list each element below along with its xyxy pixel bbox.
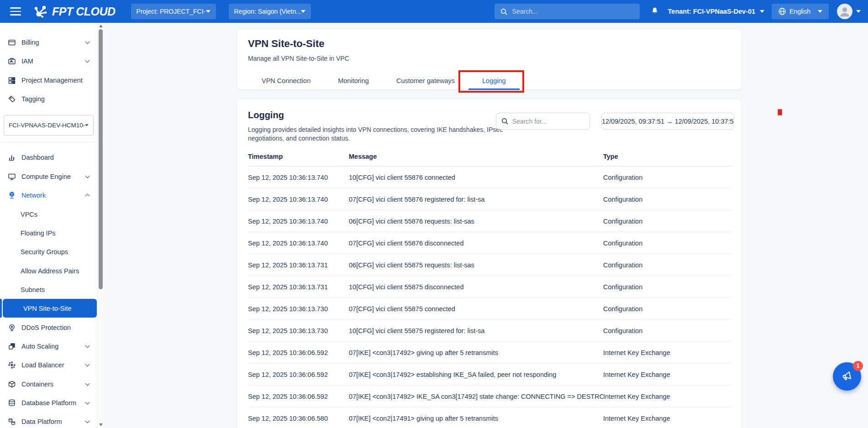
sidebar-item-billing[interactable]: Billing — [0, 33, 97, 52]
globe-icon — [778, 7, 786, 16]
ddos-protection-icon — [7, 324, 16, 332]
project-selector[interactable]: Project: PROJECT_FCI-... — [131, 4, 216, 19]
network-icon — [7, 191, 16, 199]
sidebar-item-load-balancer[interactable]: Load Balancer — [0, 355, 97, 374]
sidebar-item-tagging[interactable]: Tagging — [0, 89, 97, 108]
table-row: Sep 12, 2025 10:36:13.731 06[CFG] vici c… — [248, 254, 731, 276]
tab-customer-gateways[interactable]: Customer gateways — [383, 72, 468, 89]
sidebar-item-subnets[interactable]: Subnets — [0, 280, 97, 299]
iam-icon — [7, 57, 16, 65]
sidebar-item-ddos-protection[interactable]: DDoS Protection — [0, 318, 97, 337]
sidebar-item-containers[interactable]: Containers — [0, 375, 97, 393]
announcements-button[interactable]: 1 — [833, 362, 861, 391]
sidebar-item-database-platform[interactable]: Database Platform — [0, 393, 97, 412]
sidebar-item-label: DDoS Protection — [21, 324, 71, 331]
tenant-selector[interactable]: Tenant: FCI-VPNaaS-Dev-01 — [668, 8, 765, 15]
load-balancer-icon — [7, 361, 16, 369]
sidebar-nav: Billing IAM Project Management Tagging F… — [0, 23, 104, 428]
fpt-cloud-logo[interactable]: FPT CLOUD — [33, 5, 116, 18]
sidebar-item-compute-engine[interactable]: Compute Engine — [0, 167, 97, 186]
scrollbar-thumb[interactable] — [99, 29, 103, 289]
selected-item-indicator — [0, 299, 2, 318]
chevron-down-icon — [85, 381, 90, 386]
notification-bell-icon[interactable] — [650, 6, 660, 17]
sidebar-divider — [0, 142, 97, 142]
chevron-down-icon — [85, 400, 90, 404]
page-title: VPN Site-to-Site — [248, 38, 324, 50]
tab-vpn-connection[interactable]: VPN Connection — [248, 72, 324, 89]
sidebar-item-dashboard[interactable]: Dashboard — [0, 148, 97, 167]
sidebar-scrollbar[interactable] — [97, 23, 104, 428]
scrollbar-up-arrow[interactable] — [99, 25, 103, 27]
language-selector[interactable]: English — [772, 4, 829, 19]
sidebar-item-floating-ips[interactable]: Floating IPs — [0, 224, 97, 242]
chevron-down-icon — [760, 10, 764, 13]
column-header-message: Message — [349, 153, 603, 160]
sidebar-item-allow-address-pairs[interactable]: Allow Address Pairs — [0, 261, 97, 280]
sidebar-item-label: Auto Scaling — [21, 343, 58, 350]
chevron-down-icon — [85, 39, 90, 44]
sidebar-item-auto-scaling[interactable]: Auto Scaling — [0, 337, 97, 355]
vpc-select-value: FCI-VPNAAS-DEV-HCM10-... — [9, 122, 85, 129]
chevron-down-icon — [85, 58, 90, 63]
sidebar-item-label: Subnets — [21, 286, 45, 293]
tab-bar: VPN Connection Monitoring Customer gatew… — [248, 72, 520, 89]
sidebar-item-data-platform[interactable]: Data Platform — [0, 412, 97, 428]
global-search-input[interactable] — [512, 8, 634, 15]
log-type: Configuration — [603, 327, 731, 334]
auto-scaling-icon — [7, 342, 16, 350]
sidebar-item-label: Network — [21, 192, 46, 199]
chevron-down-icon — [301, 10, 305, 13]
sidebar-item-vpn-site-to-site[interactable]: VPN Site-to-Site — [3, 299, 97, 318]
tab-monitoring[interactable]: Monitoring — [324, 72, 383, 89]
log-timestamp: Sep 12, 2025 10:36:06.592 — [248, 349, 349, 356]
logging-heading: Logging — [248, 110, 284, 120]
chevron-down-icon — [85, 418, 90, 423]
sidebar-item-security-groups[interactable]: Security Groups — [0, 242, 97, 261]
hamburger-menu-icon[interactable] — [10, 7, 21, 16]
vpn-site-to-site-card: VPN Site-to-Site Manage all VPN Site-to-… — [237, 29, 742, 90]
table-row: Sep 12, 2025 10:36:06.580 07[IKE] <con2|… — [248, 407, 731, 428]
sidebar-item-label: Compute Engine — [21, 173, 71, 180]
top-header: FPT CLOUD Project: PROJECT_FCI-... Regio… — [0, 0, 868, 23]
log-type: Internet Key Exchange — [603, 371, 731, 378]
sidebar-item-label: Project Management — [21, 77, 83, 84]
date-range-picker[interactable] — [601, 113, 734, 130]
search-icon — [501, 117, 509, 125]
compute-engine-icon — [7, 172, 16, 181]
log-search-box[interactable] — [496, 113, 590, 130]
table-row: Sep 12, 2025 10:36:13.731 10[CFG] vici c… — [248, 276, 731, 298]
chevron-down-icon[interactable] — [856, 10, 861, 13]
sidebar-item-label: IAM — [21, 57, 33, 65]
project-management-icon — [7, 76, 16, 84]
log-table: Timestamp Message Type Sep 12, 2025 10:3… — [248, 146, 731, 428]
log-timestamp: Sep 12, 2025 10:36:06.580 — [248, 415, 349, 422]
tab-logging[interactable]: Logging — [468, 72, 520, 89]
megaphone-icon — [840, 370, 854, 383]
sidebar-item-iam[interactable]: IAM — [0, 52, 97, 70]
log-timestamp: Sep 12, 2025 10:36:13.740 — [248, 218, 349, 225]
scrollbar-down-arrow[interactable] — [99, 423, 103, 426]
sidebar-item-label: Data Platform — [21, 418, 62, 425]
user-avatar[interactable] — [837, 4, 852, 19]
log-timestamp: Sep 12, 2025 10:36:13.731 — [248, 283, 349, 291]
global-search[interactable] — [494, 4, 640, 19]
vpc-select[interactable]: FCI-VPNAAS-DEV-HCM10-... — [4, 115, 94, 136]
log-timestamp: Sep 12, 2025 10:36:06.592 — [248, 371, 349, 378]
log-search-input[interactable] — [512, 118, 585, 125]
log-type: Configuration — [603, 240, 731, 247]
log-type: Configuration — [603, 305, 731, 313]
sidebar-item-vpcs[interactable]: VPCs — [0, 205, 97, 224]
region-selector[interactable]: Region: Saigon (Vietn... — [229, 4, 311, 19]
column-header-timestamp: Timestamp — [248, 153, 349, 160]
project-selector-label: Project: PROJECT_FCI-... — [137, 8, 206, 15]
log-type: Configuration — [603, 283, 731, 291]
log-type: Configuration — [603, 261, 731, 269]
log-timestamp: Sep 12, 2025 10:36:06.592 — [248, 393, 349, 400]
sidebar-item-project-management[interactable]: Project Management — [0, 71, 97, 89]
table-row: Sep 12, 2025 10:36:13.740 06[CFG] vici c… — [248, 210, 731, 232]
sidebar-item-network[interactable]: Network — [0, 186, 97, 204]
log-type: Internet Key Exchange — [603, 415, 731, 422]
tab-logging-label: Logging — [482, 77, 506, 84]
notification-badge: 1 — [853, 361, 863, 371]
